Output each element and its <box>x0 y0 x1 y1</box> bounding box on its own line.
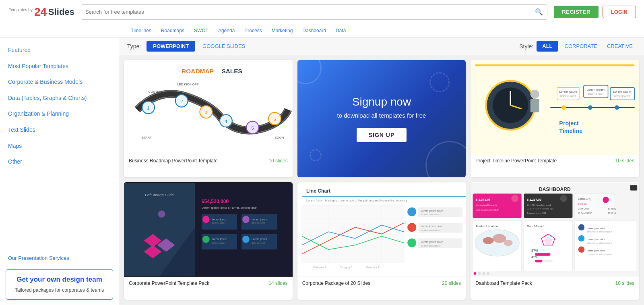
logo-sub-text: Templates by <box>9 8 33 12</box>
template-title-roadmap: Business Roadmap PowerPoint Template <box>129 158 218 164</box>
filter-swot[interactable]: SWOT <box>190 27 212 35</box>
svg-text:sit amet consectetur: sit amet consectetur <box>421 245 440 247</box>
filter-data[interactable]: Data <box>332 27 349 35</box>
svg-text:ID Card (20%): ID Card (20%) <box>578 212 592 215</box>
svg-point-142 <box>474 272 477 275</box>
logo-text: Slides <box>48 7 74 17</box>
type-powerpoint-button[interactable]: POWERPOINT <box>147 41 195 52</box>
svg-point-28 <box>561 105 566 110</box>
type-label: Type: <box>127 43 141 50</box>
sidebar-item-most-popular[interactable]: Most Popular Templates <box>0 58 119 75</box>
content-area: Type: POWERPOINT GOOGLE SLIDES Style: AL… <box>119 37 644 305</box>
filter-timelines[interactable]: Timelines <box>127 27 155 35</box>
search-input[interactable] <box>85 9 535 15</box>
template-slides-corporate-pack: 14 slides <box>268 280 287 286</box>
svg-text:Cash (20%): Cash (20%) <box>578 208 590 210</box>
template-info-dashboard: Dashboard Template Pack 10 slides <box>471 277 639 289</box>
svg-rect-26 <box>530 99 539 112</box>
sidebar-item-featured[interactable]: Featured <box>0 42 119 58</box>
svg-text:Lorem ipsum dolor sit amet, co: Lorem ipsum dolor sit amet, consectetur <box>202 206 257 210</box>
svg-text:dolor sit amet: dolor sit amet <box>614 95 630 98</box>
svg-point-121 <box>504 240 513 246</box>
svg-point-57 <box>242 216 250 223</box>
filter-bar: Timelines Roadmaps SWOT Agenda Process M… <box>0 24 644 37</box>
svg-text:sit amet consectetur: sit amet consectetur <box>421 214 440 216</box>
type-google-slides-button[interactable]: GOOGLE SLIDES <box>199 41 248 52</box>
template-thumb-roadmap: ROADMAP SALES 1 2 3 4 <box>124 60 293 155</box>
style-all-button[interactable]: ALL <box>537 41 558 52</box>
sidebar-item-maps[interactable]: Maps <box>0 138 119 154</box>
svg-text:ROADMAP: ROADMAP <box>182 68 214 75</box>
svg-text:1: 1 <box>147 106 150 110</box>
template-slides-dashboard: 10 slides <box>615 280 634 286</box>
svg-text:Lorem ipsum dolor: Lorem ipsum dolor <box>421 241 443 244</box>
style-creative-button[interactable]: CREATIVE <box>604 41 636 52</box>
svg-text:Card (40%): Card (40%) <box>578 197 592 201</box>
filter-process[interactable]: Process <box>241 27 265 35</box>
svg-text:6: 6 <box>274 117 276 122</box>
filter-agenda[interactable]: Agenda <box>215 27 238 35</box>
svg-text:dolor sit amet: dolor sit amet <box>212 242 225 244</box>
svg-text:dolor sit amet: dolor sit amet <box>252 242 265 244</box>
template-info-corporate-pack: Corporate PowerPoint Template Pack 14 sl… <box>124 277 293 289</box>
svg-point-133 <box>578 224 584 230</box>
svg-text:Lorem ipsum: Lorem ipsum <box>559 90 577 93</box>
login-button[interactable]: LOGIN <box>603 6 636 18</box>
search-icon[interactable]: 🔍 <box>535 8 543 16</box>
svg-text:Lorem ipsum: Lorem ipsum <box>252 238 267 241</box>
svg-point-120 <box>493 234 506 243</box>
svg-point-139 <box>578 247 584 253</box>
filter-dashboard[interactable]: Dashboard <box>299 27 330 35</box>
svg-point-115 <box>603 197 609 203</box>
svg-text:Market Location: Market Location <box>476 225 498 228</box>
template-card-corporate-pack[interactable]: Left Image Slide 654,520,000 Lorem ipsum… <box>124 182 293 300</box>
template-card-roadmap[interactable]: ROADMAP SALES 1 2 3 4 <box>124 60 293 177</box>
svg-rect-31 <box>557 87 579 100</box>
register-button[interactable]: REGISTER <box>554 6 598 18</box>
filter-roadmaps[interactable]: Roadmaps <box>157 27 188 35</box>
svg-text:$193.11: $193.11 <box>608 212 616 215</box>
sidebar-item-data[interactable]: Data (Tables, Graphs & Charts) <box>0 90 119 106</box>
template-card-timeline[interactable]: Lorem ipsum dolor sit amet Lorem ipsum d… <box>471 60 639 177</box>
signup-button[interactable]: SIGN UP <box>357 128 407 142</box>
sidebar-promo-title: Get your own design team <box>11 275 108 284</box>
svg-text:29.47% from 4 months ago: 29.47% from 4 months ago <box>527 208 553 210</box>
search-bar[interactable]: 🔍 <box>81 4 547 20</box>
filter-marketing[interactable]: Marketing <box>268 27 297 35</box>
svg-text:Lorem ipsum dolor: Lorem ipsum dolor <box>421 210 443 213</box>
svg-text:Left Image Slide: Left Image Slide <box>145 193 174 197</box>
svg-point-143 <box>478 272 481 275</box>
svg-text:Lorem ipsum dolor: Lorem ipsum dolor <box>587 249 605 252</box>
sidebar-item-org-planning[interactable]: Organization & Planning <box>0 106 119 122</box>
sidebar-promo-subtitle: Tailored packages for corporates & teams <box>11 287 108 294</box>
svg-text:consectetur adipiscing elit: consectetur adipiscing elit <box>587 231 612 233</box>
svg-text:$ 1,237.55: $ 1,237.55 <box>527 198 542 202</box>
sidebar-item-text-slides[interactable]: Text Slides <box>0 122 119 138</box>
sidebar-item-other[interactable]: Other <box>0 154 119 170</box>
style-section: Style: ALL CORPORATE CREATIVE <box>519 41 636 52</box>
template-slides-timeline: 10 slides <box>615 158 634 164</box>
svg-point-82 <box>407 207 416 216</box>
svg-text:LED KICK-OFF: LED KICK-OFF <box>177 83 198 86</box>
svg-text:Data Market: Data Market <box>527 225 544 228</box>
sidebar-item-corporate-business[interactable]: Corporate & Business Models <box>0 74 119 90</box>
svg-rect-96 <box>630 185 638 191</box>
svg-text:Line Chart: Line Chart <box>306 189 330 194</box>
svg-text:$ 1,373.68: $ 1,373.68 <box>476 198 491 202</box>
svg-text:Category 3: Category 3 <box>366 266 379 269</box>
svg-text:42%: 42% <box>531 255 539 259</box>
svg-point-61 <box>202 236 210 243</box>
template-title-corporate-pack: Corporate PowerPoint Template Pack <box>129 280 209 286</box>
svg-point-46 <box>158 211 165 218</box>
template-card-dashboard[interactable]: DASHBOARD $ 1,373.68 Upcoming Deposits L… <box>471 182 639 300</box>
style-corporate-button[interactable]: CORPORATE <box>561 41 601 52</box>
corporate-pack-svg: Left Image Slide 654,520,000 Lorem ipsum… <box>124 182 293 277</box>
sidebar: Featured Most Popular Templates Corporat… <box>0 37 119 305</box>
svg-text:Lorem ipsum dolor: Lorem ipsum dolor <box>587 227 605 230</box>
signup-card[interactable]: Signup now to download all templates for… <box>297 60 466 177</box>
sidebar-services-label[interactable]: Our Presentation Services <box>0 252 119 264</box>
svg-text:DASHBOARD: DASHBOARD <box>539 187 571 192</box>
template-slides-roadmap: 10 slides <box>268 158 287 164</box>
template-card-corporate-package[interactable]: Line Chart Lorem ipsum is simply dummy t… <box>297 182 466 300</box>
svg-point-29 <box>588 105 592 110</box>
